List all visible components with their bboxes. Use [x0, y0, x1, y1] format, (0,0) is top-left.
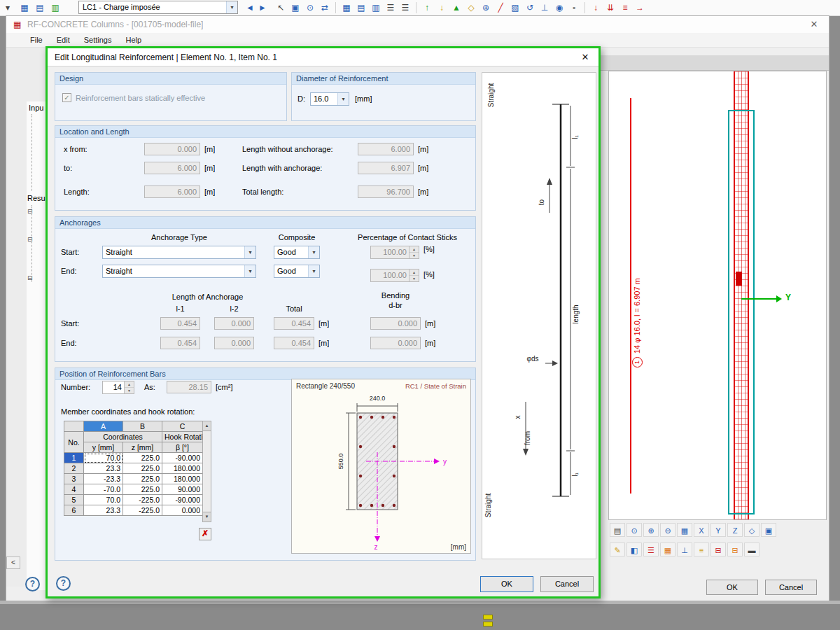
nav-forward-icon[interactable]: ► — [256, 1, 269, 14]
z-cell[interactable]: 225.0 — [123, 453, 162, 463]
start-dbr-field[interactable]: 0.000 — [370, 317, 421, 330]
display-props-icon[interactable]: ◧ — [626, 542, 642, 556]
beta-cell[interactable]: 180.000 — [162, 463, 203, 474]
import-icon[interactable]: ▥ — [49, 1, 62, 14]
zoom-icon[interactable]: ⊙ — [304, 1, 316, 14]
menu-edit[interactable]: Edit — [57, 36, 70, 47]
beta-cell[interactable]: -90.000 — [162, 453, 203, 463]
print-graphic-icon[interactable]: ▤ — [610, 523, 625, 537]
end-composite-select[interactable]: Good ▾ — [274, 265, 320, 278]
y-cell[interactable]: 70.0 — [84, 453, 123, 463]
end-contact-pct-spinner[interactable]: 100.00 ▲▼ — [370, 269, 419, 282]
end-dbr-field[interactable]: 0.000 — [370, 337, 421, 349]
render-icon[interactable]: ◉ — [553, 1, 566, 14]
result-list-icon[interactable]: ☰ — [643, 542, 659, 556]
y-cell[interactable]: 23.3 — [84, 505, 123, 516]
toolbar-overflow-icon[interactable]: ▾ — [1, 1, 14, 14]
chevron-down-icon[interactable]: ▾ — [226, 1, 237, 13]
beta-cell[interactable]: 90.000 — [162, 484, 203, 495]
load-generate-icon[interactable]: → — [634, 1, 646, 14]
hide-max-icon[interactable]: ⊟ — [727, 542, 743, 556]
load-display-icon[interactable]: ⊥ — [677, 542, 692, 556]
dialog-cancel-button[interactable]: Cancel — [540, 576, 594, 592]
support-up-icon[interactable]: ↑ — [421, 1, 433, 14]
length-field[interactable]: 6.000 — [144, 186, 200, 198]
spin-down-icon[interactable]: ▼ — [125, 388, 134, 393]
axes-icon[interactable]: ⊥ — [538, 1, 551, 14]
help-button-dialog[interactable]: ? — [56, 576, 71, 591]
menu-file[interactable]: File — [30, 36, 43, 47]
table-row[interactable]: 5 70.0 -225.0 -90.000 — [64, 495, 203, 505]
number-spinner[interactable]: 14 ▲▼ — [102, 381, 134, 394]
help-button-main[interactable]: ? — [25, 577, 40, 592]
end-total-field[interactable]: 0.454 — [274, 337, 314, 349]
dialog-ok-button[interactable]: OK — [480, 576, 533, 592]
chevron-down-icon[interactable]: ▾ — [308, 265, 319, 277]
table-row[interactable]: 2 23.3 225.0 180.000 — [64, 463, 203, 474]
start-l1-field[interactable]: 0.454 — [160, 317, 200, 330]
end-l2-field[interactable]: 0.000 — [214, 337, 254, 349]
statically-effective-checkbox[interactable]: ✓ — [62, 93, 71, 102]
edit-graphic-icon[interactable]: ✎ — [610, 542, 625, 556]
print-icon[interactable]: ▤ — [34, 1, 46, 14]
scroll-down-icon[interactable]: ▼ — [203, 512, 211, 522]
surface-icon[interactable]: ▧ — [509, 1, 522, 14]
start-composite-select[interactable]: Good ▾ — [274, 246, 320, 259]
zoom-in-icon[interactable]: ⊕ — [643, 523, 659, 537]
node-icon[interactable]: ⊕ — [479, 1, 492, 14]
row-number[interactable]: 5 — [64, 495, 84, 505]
zoom-window-icon[interactable]: ▣ — [289, 1, 302, 14]
row-select-icon[interactable]: ☰ — [384, 1, 397, 14]
table-icon[interactable]: ▦ — [340, 1, 353, 14]
zoom-out-icon[interactable]: ⊖ — [660, 523, 676, 537]
start-contact-pct-spinner[interactable]: 100.00 ▲▼ — [370, 246, 419, 259]
nodal-load-icon[interactable]: ↓ — [589, 1, 602, 14]
start-l2-field[interactable]: 0.000 — [214, 317, 254, 330]
start-anchorage-type-select[interactable]: Straight ▾ — [102, 246, 256, 259]
support-icon[interactable]: ▲ — [450, 1, 463, 14]
panel-icon[interactable]: ▬ — [744, 542, 760, 556]
row-number[interactable]: 6 — [64, 505, 84, 516]
end-l1-field[interactable]: 0.454 — [160, 337, 200, 349]
table-row[interactable]: 3 -23.3 225.0 180.000 — [64, 474, 203, 484]
z-cell[interactable]: 225.0 — [123, 463, 162, 474]
close-icon[interactable]: ✕ — [808, 19, 820, 29]
table-row[interactable]: 4 -70.0 225.0 90.000 — [64, 484, 203, 495]
y-cell[interactable]: -23.3 — [84, 474, 123, 484]
zoom-all-icon[interactable]: ▦ — [677, 523, 692, 537]
pointer-mode-icon[interactable]: ⊙ — [626, 523, 642, 537]
total-length-field[interactable]: 96.700 — [358, 186, 414, 198]
nav-back-icon[interactable]: ◄ — [244, 1, 256, 14]
result-grid-icon[interactable]: ▦ — [660, 542, 676, 556]
tree-item-input[interactable]: Inpu — [29, 104, 43, 112]
table-scrollbar[interactable]: ▲ ▼ — [202, 421, 211, 522]
area-load-icon[interactable]: ≡ — [619, 1, 631, 14]
tables-icon[interactable]: ▦ — [18, 1, 31, 14]
table-export-icon[interactable]: ▥ — [370, 1, 382, 14]
hinge-icon[interactable]: ◇ — [465, 1, 477, 14]
y-cell[interactable]: 23.3 — [84, 463, 123, 474]
member-load-icon[interactable]: ⇊ — [604, 1, 617, 14]
table-row[interactable]: 6 23.3 -225.0 0.000 — [64, 505, 203, 516]
length-with-anchorage-field[interactable]: 6.907 — [358, 162, 414, 174]
close-icon[interactable]: ✕ — [579, 52, 592, 62]
table-edit-icon[interactable]: ▤ — [355, 1, 368, 14]
y-cell[interactable]: 70.0 — [84, 495, 123, 505]
spin-down-icon[interactable]: ▼ — [410, 276, 419, 281]
scrollbar-track[interactable] — [203, 431, 211, 512]
end-anchorage-type-select[interactable]: Straight ▾ — [102, 265, 256, 278]
spin-up-icon[interactable]: ▲ — [410, 270, 419, 276]
view-x-icon[interactable]: X — [694, 523, 709, 537]
z-cell[interactable]: 225.0 — [123, 474, 162, 484]
to-field[interactable]: 6.000 — [144, 162, 200, 174]
main-cancel-button[interactable]: Cancel — [765, 580, 817, 595]
member-icon[interactable]: ╱ — [494, 1, 507, 14]
beta-cell[interactable]: 0.000 — [162, 505, 203, 516]
menu-settings[interactable]: Settings — [84, 36, 112, 47]
menu-help[interactable]: Help — [125, 36, 141, 47]
main-ok-button[interactable]: OK — [706, 580, 758, 595]
select-icon[interactable]: ↖ — [274, 1, 287, 14]
load-case-select[interactable]: LC1 - Charge imposée ▾ — [78, 1, 238, 14]
navigator-tree[interactable]: Inpu Resu ⊟ ⊟ ⊟ — [27, 102, 48, 590]
spin-up-icon[interactable]: ▲ — [125, 382, 134, 388]
